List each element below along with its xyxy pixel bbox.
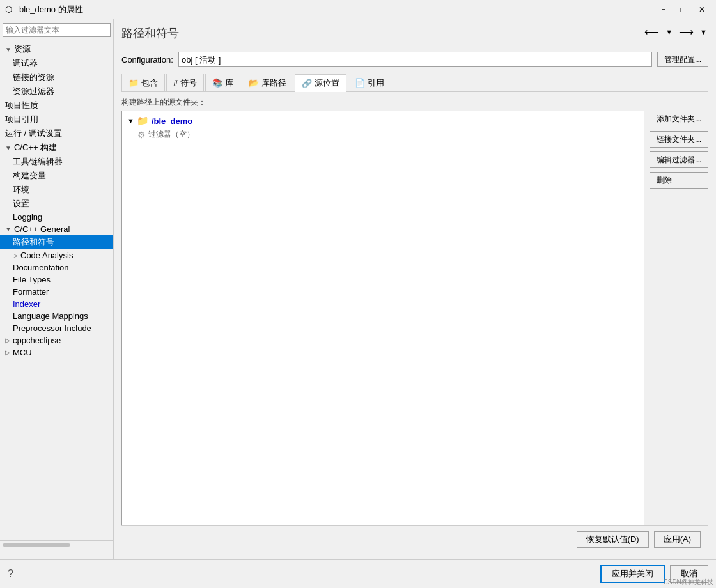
tab-library-icon: 📚 xyxy=(212,78,222,88)
file-tree-area[interactable]: ▼ 📁 /ble_demo ⚙ 过滤器（空） xyxy=(121,111,644,525)
sidebar-item-preprocessor-include[interactable]: Preprocessor Include xyxy=(0,322,113,334)
expand-icon: ▼ xyxy=(5,46,12,53)
sidebar: ▼ 资源 调试器 链接的资源 资源过滤器 项目性质 项目引用 xyxy=(0,19,114,559)
sidebar-item-label: 环境 xyxy=(13,184,29,196)
restore-defaults-button[interactable]: 恢复默认值(D) xyxy=(577,531,649,548)
file-node-name: /ble_demo xyxy=(152,116,192,126)
close-button[interactable]: ✕ xyxy=(693,3,711,16)
delete-button[interactable]: 删除 xyxy=(650,172,708,189)
dropdown2-button[interactable]: ▼ xyxy=(699,26,708,38)
tab-library[interactable]: 📚 库 xyxy=(205,74,240,91)
folder-icon: 📁 xyxy=(137,115,149,127)
sidebar-item-resource-filter[interactable]: 资源过滤器 xyxy=(0,84,113,98)
sidebar-item-debugger[interactable]: 调试器 xyxy=(0,56,113,70)
sidebar-item-label: Formatter xyxy=(13,287,49,297)
sidebar-item-label: 链接的资源 xyxy=(13,72,54,83)
link-folder-button[interactable]: 链接文件夹... xyxy=(650,131,708,148)
sidebar-item-label: C/C++ 构建 xyxy=(14,142,57,153)
tab-symbols-icon: # xyxy=(173,78,178,88)
sidebar-item-cppcheclipse[interactable]: ▷ cppcheclipse xyxy=(0,334,113,346)
expand-chevron-icon: ▼ xyxy=(127,117,134,125)
tab-symbols[interactable]: # 符号 xyxy=(166,74,204,91)
tab-library-path[interactable]: 📂 库路径 xyxy=(242,74,293,91)
tab-source-location-icon: 🔗 xyxy=(302,79,312,88)
sidebar-item-label: 运行 / 调试设置 xyxy=(5,128,62,139)
sidebar-tree: ▼ 资源 调试器 链接的资源 资源过滤器 项目性质 项目引用 xyxy=(0,41,113,540)
file-tree-inner: ▼ 📁 /ble_demo ⚙ 过滤器（空） xyxy=(122,111,644,525)
help-icon[interactable]: ? xyxy=(8,568,13,580)
sidebar-item-run-debug[interactable]: 运行 / 调试设置 xyxy=(0,127,113,141)
sidebar-item-mcu[interactable]: ▷ MCU xyxy=(0,346,113,359)
sidebar-item-project-ref[interactable]: 项目引用 xyxy=(0,112,113,127)
content-area: ▼ 资源 调试器 链接的资源 资源过滤器 项目性质 项目引用 xyxy=(0,19,716,559)
sidebar-item-environment[interactable]: 环境 xyxy=(0,183,113,197)
tab-includes[interactable]: 📁 包含 xyxy=(121,74,165,91)
sidebar-item-path-symbol[interactable]: 路径和符号 xyxy=(0,235,113,249)
sidebar-item-project-props[interactable]: 项目性质 xyxy=(0,98,113,112)
right-buttons: 添加文件夹... 链接文件夹... 编辑过滤器... 删除 xyxy=(650,111,708,525)
file-node-filter[interactable]: ⚙ 过滤器（空） xyxy=(125,128,641,141)
scroll-thumb xyxy=(3,543,70,547)
sidebar-item-file-types[interactable]: File Types xyxy=(0,274,113,286)
expand-icon: ▼ xyxy=(5,144,12,151)
dropdown-button[interactable]: ▼ xyxy=(664,26,674,38)
apply-button[interactable]: 应用(A) xyxy=(654,531,701,548)
sidebar-item-build-vars[interactable]: 构建变量 xyxy=(0,169,113,183)
tab-symbols-label: 符号 xyxy=(180,77,197,89)
sidebar-item-cpp-general[interactable]: ▼ C/C++ General xyxy=(0,223,113,235)
sidebar-item-language-mappings[interactable]: Language Mappings xyxy=(0,310,113,322)
filter-icon: ⚙ xyxy=(137,130,146,140)
sidebar-item-linked-resources[interactable]: 链接的资源 xyxy=(0,70,113,84)
sidebar-item-c-build[interactable]: ▼ C/C++ 构建 xyxy=(0,141,113,155)
tab-library-path-label: 库路径 xyxy=(261,77,286,89)
minimize-button[interactable]: － xyxy=(655,3,673,16)
config-select-wrap: obj [ 活动 ] xyxy=(178,52,652,67)
app-icon: ⬡ xyxy=(5,4,15,15)
sidebar-scrollbar[interactable] xyxy=(0,540,113,559)
config-row: Configuration: obj [ 活动 ] 管理配置... xyxy=(121,52,708,67)
manage-config-button[interactable]: 管理配置... xyxy=(657,52,708,67)
maximize-button[interactable]: □ xyxy=(674,3,692,16)
sidebar-item-tool-editor[interactable]: 工具链编辑器 xyxy=(0,155,113,169)
title-bar-controls: － □ ✕ xyxy=(655,3,711,16)
sidebar-item-label: 工具链编辑器 xyxy=(13,156,63,167)
config-select[interactable]: obj [ 活动 ] xyxy=(178,52,652,67)
sidebar-item-code-analysis[interactable]: ▷ Code Analysis xyxy=(0,249,113,261)
sidebar-item-label: Language Mappings xyxy=(13,311,88,321)
section-label: 构建路径上的源文件夹： xyxy=(121,97,708,108)
sidebar-item-label: Documentation xyxy=(13,263,68,272)
tab-references-label: 引用 xyxy=(368,77,384,89)
window-title: ble_demo 的属性 xyxy=(19,4,83,15)
back-button[interactable]: ⟵ xyxy=(642,26,662,38)
watermark: CSDN@神龙科技 xyxy=(664,578,714,587)
file-node-ble-demo[interactable]: ▼ 📁 /ble_demo xyxy=(125,114,641,128)
forward-button[interactable]: ⟶ xyxy=(676,26,696,38)
main-panel: ⟵ ▼ ⟶ ▼ 路径和符号 Configuration: obj [ 活动 ] … xyxy=(114,19,716,559)
file-node-filter-label: 过滤器（空） xyxy=(148,129,194,140)
page-title: 路径和符号 xyxy=(121,26,708,45)
sidebar-item-label: 调试器 xyxy=(13,58,38,69)
filter-input[interactable] xyxy=(3,23,111,37)
tab-source-location[interactable]: 🔗 源位置 xyxy=(295,74,346,92)
sidebar-item-formatter[interactable]: Formatter xyxy=(0,286,113,298)
config-label: Configuration: xyxy=(121,55,173,65)
file-area: ▼ 📁 /ble_demo ⚙ 过滤器（空） 添加文件夹... xyxy=(121,111,708,525)
edit-filter-button[interactable]: 编辑过滤器... xyxy=(650,151,708,168)
tab-library-path-icon: 📂 xyxy=(249,78,259,88)
sidebar-item-label: Preprocessor Include xyxy=(13,323,91,333)
sidebar-item-label: File Types xyxy=(13,275,51,284)
sidebar-item-documentation[interactable]: Documentation xyxy=(0,261,113,274)
sidebar-item-label: Code Analysis xyxy=(20,251,73,260)
apply-close-button[interactable]: 应用并关闭 xyxy=(600,565,665,583)
sidebar-item-indexer[interactable]: Indexer xyxy=(0,298,113,310)
sidebar-item-label: 构建变量 xyxy=(13,170,46,182)
bottom-bar: 恢复默认值(D) 应用(A) xyxy=(121,525,708,553)
tab-references[interactable]: 📄 引用 xyxy=(348,74,391,91)
sidebar-item-settings[interactable]: 设置 xyxy=(0,197,113,211)
add-folder-button[interactable]: 添加文件夹... xyxy=(650,111,708,127)
dialog: ▼ 资源 调试器 链接的资源 资源过滤器 项目性质 项目引用 xyxy=(0,19,716,588)
sidebar-item-label: 资源过滤器 xyxy=(13,86,54,97)
sidebar-item-logging[interactable]: Logging xyxy=(0,211,113,223)
sidebar-item-label: 项目引用 xyxy=(5,114,38,125)
sidebar-item-resources[interactable]: ▼ 资源 xyxy=(0,42,113,56)
